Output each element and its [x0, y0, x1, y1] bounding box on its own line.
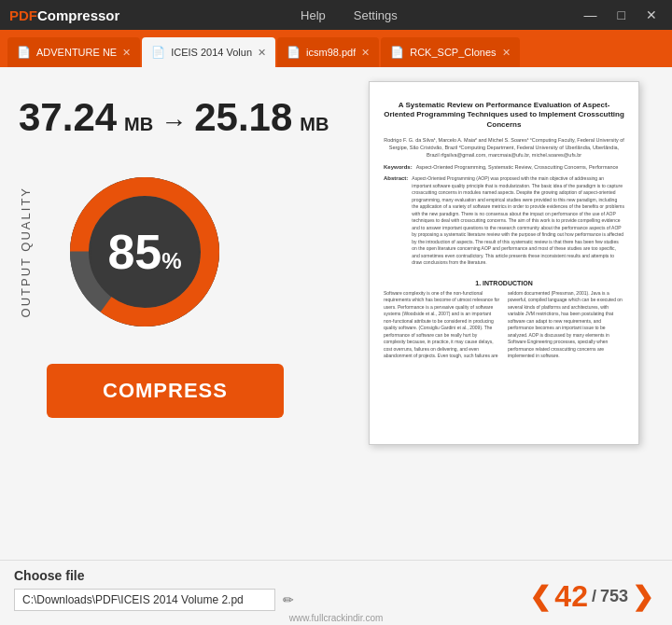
- tab-close[interactable]: ✕: [361, 47, 370, 59]
- menu-settings[interactable]: Settings: [354, 8, 398, 22]
- window-controls: — □ ✕: [579, 6, 663, 24]
- total-pages: 753: [600, 587, 628, 606]
- pdf-preview-authors: Rodrigo F. G. da Silva¹, Marcelo A. Maia…: [384, 137, 624, 159]
- tab-rck[interactable]: 📄 RCK_SCP_Clones ✕: [381, 37, 519, 67]
- compressed-size: 25.18: [194, 95, 292, 140]
- tab-adventure[interactable]: 📄 ADVENTURE NE ✕: [7, 37, 140, 67]
- pdf-abstract-label: Abstract:: [384, 175, 408, 181]
- logo-pdf: PDF: [9, 7, 37, 23]
- pdf-icon: 📄: [390, 46, 404, 59]
- pdf-icon: 📄: [151, 46, 165, 59]
- tab-close[interactable]: ✕: [502, 47, 511, 59]
- file-path-input[interactable]: [14, 589, 275, 611]
- pdf-keywords-label: Keywords:: [384, 164, 413, 172]
- size-display: 37.24 MB → 25.18 MB: [19, 95, 329, 140]
- compressed-unit: MB: [300, 114, 329, 135]
- tab-close[interactable]: ✕: [258, 47, 266, 59]
- logo-compressor: Compressor: [37, 7, 119, 23]
- tab-label: ADVENTURE NE: [36, 47, 117, 58]
- quality-section: Output quality 85%: [19, 159, 317, 345]
- app-logo: PDF Compressor: [9, 7, 119, 23]
- quality-label: Output quality: [19, 187, 33, 317]
- size-arrow: →: [161, 107, 187, 137]
- page-separator: /: [592, 587, 596, 606]
- title-bar: PDF Compressor Help Settings — □ ✕: [0, 0, 672, 30]
- tab-icsm98[interactable]: 📄 icsm98.pdf ✕: [277, 37, 379, 67]
- tab-close[interactable]: ✕: [122, 47, 131, 59]
- pdf-section-title: 1. INTRODUCTION: [384, 280, 624, 286]
- menu-help[interactable]: Help: [301, 8, 326, 22]
- page-navigation: ❮ 42 / 753 ❯: [529, 579, 653, 614]
- pdf-preview-title: A Systematic Review on Performance Evalu…: [384, 101, 624, 130]
- tab-label: RCK_SCP_Clones: [410, 47, 496, 58]
- compress-button[interactable]: COMPRESS: [47, 364, 284, 418]
- left-panel: 37.24 MB → 25.18 MB Output quality: [0, 67, 336, 625]
- menu-bar: Help Settings: [301, 8, 398, 22]
- original-unit: MB: [124, 114, 153, 135]
- pdf-abstract-text: Aspect-Oriented Programming (AOP) was pr…: [412, 175, 624, 267]
- pdf-body-text: Software complexity is one of the non-fu…: [384, 290, 624, 360]
- tab-iceis[interactable]: 📄 ICEIS 2014 Volun ✕: [142, 37, 275, 67]
- pdf-icon: 📄: [17, 46, 31, 59]
- pdf-icon: 📄: [287, 46, 301, 59]
- quality-percent: 85: [107, 225, 161, 279]
- prev-page-button[interactable]: ❮: [529, 581, 551, 612]
- current-page: 42: [554, 579, 588, 614]
- original-size: 37.24: [19, 95, 117, 140]
- minimize-button[interactable]: —: [579, 6, 603, 24]
- next-page-button[interactable]: ❯: [632, 581, 653, 612]
- quality-percent-display: 85%: [107, 224, 181, 280]
- close-button[interactable]: ✕: [640, 6, 663, 24]
- watermark: www.fullcrackindir.com: [289, 613, 384, 623]
- pdf-preview: A Systematic Review on Performance Evalu…: [369, 81, 639, 445]
- tabs-bar: 📄 ADVENTURE NE ✕ 📄 ICEIS 2014 Volun ✕ 📄 …: [0, 30, 672, 67]
- tab-label: ICEIS 2014 Volun: [171, 47, 252, 58]
- maximize-button[interactable]: □: [612, 6, 631, 24]
- pdf-keywords: Aspect-Oriented Programming, Systematic …: [416, 164, 619, 170]
- main-content: 37.24 MB → 25.18 MB Output quality: [0, 67, 672, 625]
- tab-label: icsm98.pdf: [306, 47, 356, 58]
- quality-donut[interactable]: 85%: [51, 159, 238, 345]
- quality-percent-sign: %: [161, 248, 181, 273]
- right-panel: A Systematic Review on Performance Evalu…: [336, 67, 672, 625]
- edit-icon[interactable]: ✏: [283, 592, 294, 607]
